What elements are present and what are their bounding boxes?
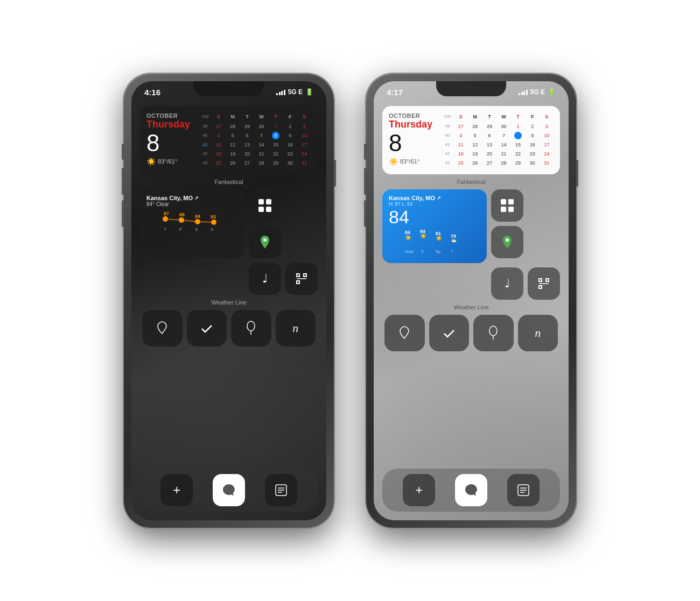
notch-light	[436, 81, 506, 96]
leaf-app-icon-light[interactable]	[384, 315, 425, 351]
check-app-icon-dark[interactable]	[187, 310, 227, 347]
cal-row-42: 42 18 19 20 21 22 23 24	[199, 150, 311, 158]
weather-city-light: Kansas City, MO ↗	[389, 195, 480, 201]
weather-widget-light[interactable]: Kansas City, MO ↗ H: 87 L: 63 84 ☀️ ☀️ ☀…	[382, 189, 487, 263]
weather-chart-dark: 87 86 84 83 T F S S	[146, 208, 238, 232]
svg-rect-16	[266, 199, 271, 204]
scan-app-icon-light[interactable]	[528, 267, 560, 300]
cal-day-name-dark: Thursday	[146, 119, 195, 130]
svg-point-6	[211, 220, 216, 225]
app-dock-row-light: n	[382, 315, 560, 351]
signal-label-dark: 5G E	[288, 88, 303, 96]
scan-app-icon-dark[interactable]	[285, 263, 318, 295]
calendar-widget-dark[interactable]: OCTOBER Thursday 8 ☀️ 83°/61° CW S	[140, 106, 318, 174]
cal-grid-header-light: CW S M T W T F S	[442, 112, 554, 121]
svg-text:Now: Now	[405, 249, 414, 254]
leaf-app-icon-dark[interactable]	[142, 310, 183, 347]
fri-header: F	[283, 112, 297, 121]
cw-header: CW	[199, 112, 211, 121]
weather-temp-big-light: 84	[389, 208, 480, 226]
cal-row-41: 41 11 12 13 14 15 16 17	[199, 140, 311, 149]
svg-rect-41	[501, 207, 506, 212]
screen-bg-light: 4:17 5G E 🔋 OCTO	[374, 81, 569, 520]
svg-point-3	[163, 216, 168, 222]
widgets-area-light: OCTOBER Thursday 8 ☀️ 83°/61° CW S	[374, 100, 569, 351]
notes-icon-dark[interactable]	[265, 474, 297, 506]
thu-header: T	[269, 112, 283, 121]
signal-bars-dark	[276, 89, 285, 95]
svg-text:S: S	[195, 227, 198, 232]
sun-icon-dark: ☀️	[146, 157, 156, 166]
cal-month-light: OCTOBER	[389, 112, 437, 119]
cal-left-light: OCTOBER Thursday 8 ☀️ 83°/61°	[389, 112, 437, 166]
seed-app-icon-light[interactable]	[473, 315, 514, 351]
svg-text:84: 84	[420, 229, 425, 234]
svg-text:81: 81	[436, 231, 441, 236]
svg-text:87: 87	[164, 211, 169, 216]
music-app-icon-dark[interactable]: ♩	[249, 263, 281, 295]
seed-app-icon-dark[interactable]	[231, 310, 271, 347]
weather-hl-light: H: 87 L: 63	[389, 201, 480, 207]
grid-app-icon-light[interactable]	[491, 189, 523, 222]
cal-date-dark: 8	[146, 131, 195, 155]
fantastical-label-dark: Fantastical	[140, 179, 318, 185]
status-time-light: 4:17	[387, 88, 403, 97]
wed-header: W	[255, 112, 269, 121]
svg-text:7: 7	[451, 249, 453, 254]
mon-header: M	[226, 112, 240, 121]
battery-light: 🔋	[548, 88, 556, 96]
weather-line-label-light: Weather Line	[382, 304, 560, 310]
signal-bars-light	[519, 89, 528, 95]
screen-bg-dark: 4:16 5G E 🔋 OCTO	[131, 81, 326, 520]
svg-text:84: 84	[195, 214, 200, 219]
svg-text:S: S	[211, 227, 213, 232]
calendar-widget-light[interactable]: OCTOBER Thursday 8 ☀️ 83°/61° CW S	[382, 106, 560, 174]
cal-row-39: 39 27 28 29 30 1 2 3	[199, 122, 311, 131]
svg-rect-17	[258, 207, 264, 212]
maps-app-icon-dark[interactable]	[249, 226, 281, 258]
cal-top-dark: OCTOBER Thursday 8 ☀️ 83°/61° CW S	[146, 112, 311, 168]
add-icon-dark[interactable]: +	[160, 474, 193, 506]
n-app-icon-light[interactable]: n	[518, 315, 558, 351]
svg-rect-15	[258, 199, 264, 204]
svg-point-21	[247, 321, 255, 331]
cal-left-dark: OCTOBER Thursday 8 ☀️ 83°/61°	[146, 112, 195, 166]
phone-light: 4:17 5G E 🔋 OCTO	[366, 74, 576, 528]
music-app-icon-light[interactable]: ♩	[491, 267, 523, 300]
signal-label-light: 5G E	[530, 88, 545, 96]
weather-apps-row-light: Kansas City, MO ↗ H: 87 L: 63 84 ☀️ ☀️ ☀…	[382, 189, 560, 263]
weather-widget-dark[interactable]: Kansas City, MO ↗ 84° Clear	[140, 189, 244, 258]
cal-day-name-light: Thursday	[389, 119, 437, 130]
svg-rect-39	[501, 199, 506, 204]
chat-icon-light[interactable]	[455, 474, 487, 506]
svg-point-5	[195, 219, 200, 224]
phone-dark: 4:16 5G E 🔋 OCTO	[124, 74, 334, 528]
svg-text:86: 86	[179, 212, 185, 217]
fantastical-label-light: Fantastical	[382, 179, 560, 185]
svg-rect-42	[508, 207, 514, 212]
maps-app-icon-light[interactable]	[491, 226, 523, 258]
sun-header: S	[212, 112, 226, 121]
phone-screen-light: 4:17 5G E 🔋 OCTO	[374, 81, 569, 520]
svg-rect-40	[508, 199, 514, 204]
check-app-icon-light[interactable]	[429, 315, 470, 351]
notes-icon-light[interactable]	[507, 474, 540, 506]
svg-point-4	[179, 217, 184, 223]
svg-text:F: F	[179, 227, 182, 232]
weather-chart-light: ☀️ ☀️ ☀️ ⛅ 84 84 81 78 Now 5 6	[389, 226, 480, 256]
widgets-area-dark: OCTOBER Thursday 8 ☀️ 83°/61° CW S	[131, 100, 326, 347]
svg-text:5: 5	[421, 249, 424, 254]
cal-row-40: 40 4 5 6 7 8 9 10	[199, 131, 311, 140]
n-app-icon-dark[interactable]: n	[276, 310, 316, 347]
status-time-dark: 4:16	[144, 88, 160, 97]
svg-text:T: T	[164, 227, 166, 232]
svg-text:78: 78	[451, 234, 456, 239]
status-icons-dark: 5G E 🔋	[276, 88, 313, 96]
app-dock-row-dark: n	[140, 310, 318, 347]
svg-point-43	[506, 238, 509, 242]
svg-point-45	[489, 326, 497, 336]
add-icon-light[interactable]: +	[403, 474, 435, 506]
cal-date-light: 8	[389, 131, 437, 155]
grid-app-icon-dark[interactable]	[249, 189, 281, 222]
chat-icon-dark[interactable]	[213, 474, 245, 506]
